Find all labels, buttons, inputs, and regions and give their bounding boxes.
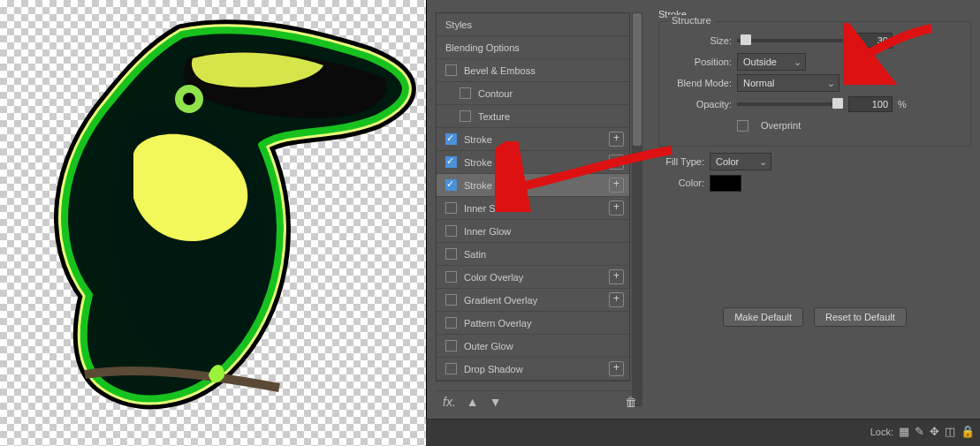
position-select[interactable]: Outside	[737, 53, 806, 71]
styles-header-label: Styles	[445, 19, 472, 30]
style-checkbox[interactable]	[445, 363, 457, 374]
style-checkbox[interactable]	[460, 87, 471, 99]
blending-options-label: Blending Options	[445, 42, 520, 53]
position-row: Position: Outside	[670, 52, 960, 72]
make-default-button[interactable]: Make Default	[723, 307, 803, 327]
color-label: Color:	[658, 178, 704, 188]
opacity-input[interactable]: 100	[848, 96, 893, 112]
position-label: Position:	[670, 57, 732, 67]
size-input[interactable]: 30	[848, 33, 893, 49]
add-effect-icon[interactable]: +	[609, 178, 624, 193]
style-label: Stroke	[464, 134, 492, 145]
style-checkbox[interactable]	[460, 110, 471, 122]
style-label: Inner Glow	[464, 226, 511, 237]
styles-scrollthumb[interactable]	[633, 13, 642, 146]
filltype-row: Fill Type: Color	[658, 152, 971, 171]
style-row-inner-shadow-6[interactable]: Inner Shadow+	[437, 197, 629, 220]
style-label: Outer Glow	[464, 341, 513, 352]
blendmode-value: Normal	[743, 78, 774, 88]
style-checkbox[interactable]	[445, 179, 457, 191]
opacity-slider[interactable]	[737, 102, 843, 106]
lock-brush-icon[interactable]: ✎	[915, 425, 924, 438]
canvas-area[interactable]	[0, 0, 426, 446]
overprint-label: Overprint	[761, 120, 801, 131]
style-checkbox[interactable]	[445, 202, 457, 214]
fx-menu-label[interactable]: fx.	[443, 395, 456, 409]
blendmode-row: Blend Mode: Normal	[670, 73, 960, 93]
lock-position-icon[interactable]: ✥	[930, 425, 939, 438]
lock-all-icon[interactable]: 🔒	[961, 425, 975, 438]
style-checkbox[interactable]	[445, 317, 457, 329]
svg-point-1	[183, 93, 195, 105]
style-label: Color Overlay	[464, 272, 523, 283]
style-row-pattern-overlay-11[interactable]: Pattern Overlay	[437, 312, 629, 335]
lock-label: Lock:	[870, 427, 893, 437]
lock-pixels-icon[interactable]: ▦	[899, 425, 909, 438]
add-effect-icon[interactable]: +	[609, 132, 624, 147]
style-row-bevel-emboss-0[interactable]: Bevel & Emboss	[437, 59, 629, 82]
style-label: Drop Shadow	[464, 364, 523, 374]
filltype-label: Fill Type:	[658, 156, 704, 167]
add-effect-icon[interactable]: +	[609, 200, 624, 215]
fx-footer: fx. ▲ ▼ 🗑	[436, 390, 644, 412]
structure-legend: Structure	[668, 15, 715, 26]
layers-lock-bar: Lock: ▦ ✎ ✥ ◫ 🔒	[426, 419, 980, 446]
style-checkbox[interactable]	[445, 225, 457, 237]
style-row-stroke-4[interactable]: Stroke+	[437, 151, 629, 174]
style-row-stroke-5[interactable]: Stroke+	[437, 174, 629, 197]
up-icon[interactable]: ▲	[467, 395, 479, 409]
style-label: Satin	[464, 249, 486, 260]
style-checkbox[interactable]	[445, 133, 457, 145]
style-label: Pattern Overlay	[464, 318, 531, 329]
style-row-stroke-3[interactable]: Stroke+	[437, 128, 629, 151]
style-row-gradient-overlay-10[interactable]: Gradient Overlay+	[437, 289, 629, 312]
lock-artboard-icon[interactable]: ◫	[945, 425, 955, 438]
style-checkbox[interactable]	[445, 64, 457, 76]
add-effect-icon[interactable]: +	[609, 361, 624, 376]
style-row-drop-shadow-13[interactable]: Drop Shadow+	[437, 358, 629, 381]
blending-options-row[interactable]: Blending Options	[437, 36, 629, 59]
size-label: Size:	[670, 35, 732, 46]
stroke-options: Stroke Structure Size: 30 Position: Outs…	[658, 5, 971, 327]
style-row-texture-2[interactable]: Texture	[437, 105, 629, 128]
filltype-select[interactable]: Color	[710, 153, 771, 170]
reset-default-button[interactable]: Reset to Default	[814, 307, 907, 327]
style-label: Bevel & Emboss	[464, 65, 536, 76]
style-checkbox[interactable]	[445, 271, 457, 283]
style-label: Contour	[478, 88, 513, 99]
style-row-inner-glow-7[interactable]: Inner Glow	[437, 220, 629, 243]
style-row-outer-glow-12[interactable]: Outer Glow	[437, 335, 629, 358]
add-effect-icon[interactable]: +	[609, 155, 624, 170]
style-row-color-overlay-9[interactable]: Color Overlay+	[437, 266, 629, 289]
trash-icon[interactable]: 🗑	[625, 395, 637, 409]
style-label: Inner Shadow	[464, 203, 524, 214]
style-row-satin-8[interactable]: Satin	[437, 243, 629, 266]
size-slider[interactable]	[737, 39, 843, 42]
style-checkbox[interactable]	[445, 156, 457, 168]
style-checkbox[interactable]	[445, 340, 457, 352]
add-effect-icon[interactable]: +	[609, 292, 624, 307]
filltype-value: Color	[716, 156, 739, 167]
opacity-unit: %	[898, 99, 907, 110]
artwork-preview	[0, 0, 426, 446]
style-label: Texture	[478, 111, 510, 122]
position-value: Outside	[743, 57, 777, 67]
down-icon[interactable]: ▼	[490, 395, 502, 409]
style-checkbox[interactable]	[445, 294, 457, 306]
default-buttons: Make Default Reset to Default	[658, 307, 971, 327]
blendmode-select[interactable]: Normal	[737, 74, 839, 92]
style-label: Stroke	[464, 157, 492, 168]
add-effect-icon[interactable]: +	[609, 269, 624, 284]
overprint-checkbox[interactable]	[737, 120, 748, 132]
style-row-contour-1[interactable]: Contour	[437, 82, 629, 105]
styles-list: Styles Blending Options Bevel & EmbossCo…	[436, 12, 630, 382]
styles-scrollbar[interactable]	[632, 12, 642, 406]
color-swatch[interactable]	[710, 175, 741, 192]
size-row: Size: 30	[670, 31, 960, 50]
layer-style-panel: Styles Blending Options Bevel & EmbossCo…	[426, 0, 980, 420]
style-label: Gradient Overlay	[464, 295, 537, 306]
opacity-row: Opacity: 100 %	[670, 94, 960, 114]
structure-group: Structure Size: 30 Position: Outside Ble…	[658, 21, 971, 147]
styles-header[interactable]: Styles	[437, 13, 629, 36]
style-checkbox[interactable]	[445, 248, 457, 260]
